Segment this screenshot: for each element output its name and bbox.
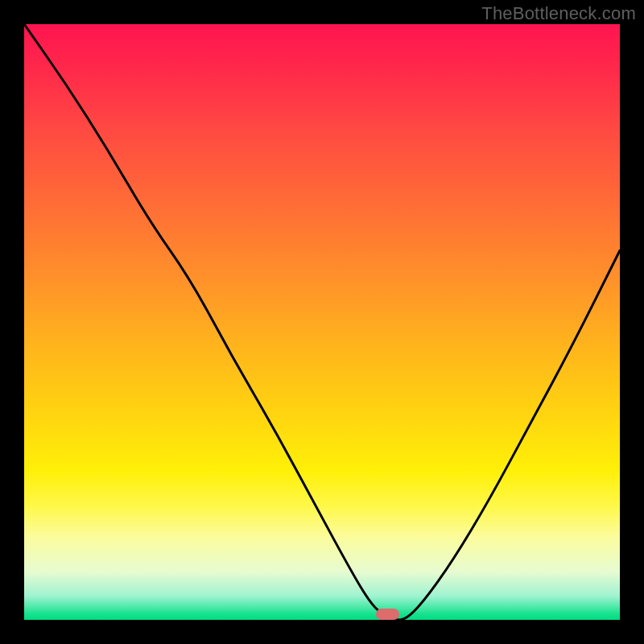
- bottleneck-curve: [24, 24, 620, 620]
- chart-frame: TheBottleneck.com: [0, 0, 644, 644]
- optimal-marker: [376, 609, 400, 620]
- attribution-text: TheBottleneck.com: [481, 3, 636, 24]
- plot-area: [24, 24, 620, 620]
